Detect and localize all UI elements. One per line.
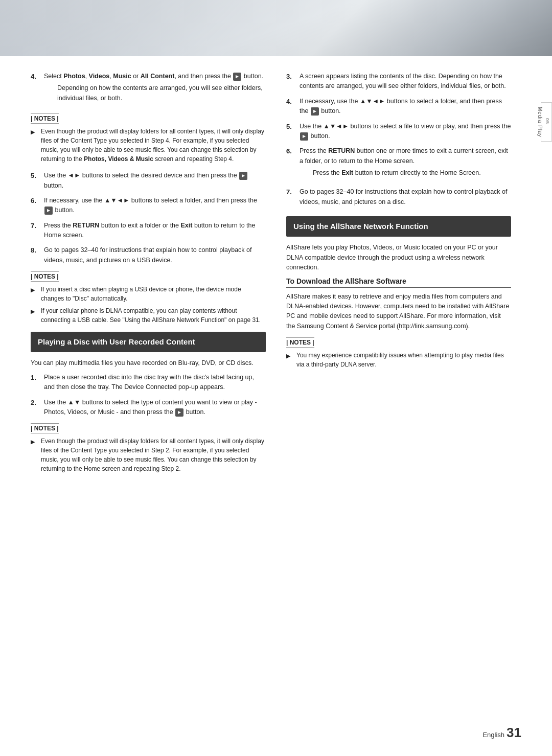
step-7-right: 7. Go to pages 32–40 for instructions th… xyxy=(286,187,511,207)
notes-item-2b: ▶ If your cellular phone is DLNA compati… xyxy=(31,306,266,325)
step-8-left: 8. Go to pages 32–40 for instructions th… xyxy=(31,245,266,265)
step-7-left: 7. Press the RETURN button to exit a fol… xyxy=(31,221,266,241)
section-playing-intro: You can play multimedia files you have r… xyxy=(31,358,266,368)
allshare-section: Using the AllShare Network Function AllS… xyxy=(286,216,511,369)
step-6-left: 6. If necessary, use the ▲▼◄► buttons to… xyxy=(31,196,266,216)
notes-text-2b: If your cellular phone is DLNA compatibl… xyxy=(41,306,266,325)
playing-step-2-number: 2. xyxy=(31,398,40,418)
notes-box-2: | NOTES | ▶ If you insert a disc when pl… xyxy=(31,271,266,325)
main-content: 4. Select Photos, Videos, Music or All C… xyxy=(0,56,552,501)
notes-box-1: | NOTES | ▶ Even though the product will… xyxy=(31,113,266,164)
allshare-intro: AllShare lets you play Photos, Videos, o… xyxy=(286,243,511,272)
footer-page-number: 31 xyxy=(507,725,521,741)
playing-step-1: 1. Place a user recorded disc into the d… xyxy=(31,373,266,393)
step-5-content: Use the ◄► buttons to select the desired… xyxy=(44,171,266,191)
allshare-section-header: Using the AllShare Network Function xyxy=(286,216,511,237)
step-7-right-content: Go to pages 32–40 for instructions that … xyxy=(300,187,511,207)
enter-button-icon-r5 xyxy=(300,132,308,141)
step-6-indent: Press the Exit button to return directly… xyxy=(313,168,511,178)
enter-button-icon-r4 xyxy=(311,107,319,116)
notes-arrow-2a: ▶ xyxy=(31,286,38,303)
step-5-right-number: 5. xyxy=(286,122,295,142)
playing-step-2: 2. Use the ▲▼ buttons to select the type… xyxy=(31,398,266,418)
footer: English 31 xyxy=(482,725,521,741)
footer-language: English xyxy=(482,731,504,739)
step-6-right-number: 6. xyxy=(286,146,295,182)
step-4-number: 4. xyxy=(31,72,40,107)
step-5-number: 5. xyxy=(31,171,40,191)
enter-button-icon-p2 xyxy=(175,408,183,417)
enter-button-icon xyxy=(233,73,241,81)
step-8-content: Go to pages 32–40 for instructions that … xyxy=(44,245,266,265)
section-playing-title: Playing a Disc with User Recorded Conten… xyxy=(38,337,259,347)
step-7-right-number: 7. xyxy=(286,187,295,207)
allshare-subsection-text: AllShare makes it easy to retrieve and e… xyxy=(286,292,511,332)
notes-arrow-1: ▶ xyxy=(31,128,38,164)
header-banner xyxy=(0,0,552,56)
notes-label-3: | NOTES | xyxy=(31,423,59,433)
notes-item-allshare: ▶ You may experience compatibility issue… xyxy=(286,351,511,369)
step-8-number: 8. xyxy=(31,245,40,265)
notes-arrow-allshare: ▶ xyxy=(286,352,293,369)
step-6-right: 6. Press the RETURN button one or more t… xyxy=(286,146,511,182)
step-3-right-content: A screen appears listing the contents of… xyxy=(300,72,511,91)
step-6-content: If necessary, use the ▲▼◄► buttons to se… xyxy=(44,196,266,216)
notes-item-3: ▶ Even though the product will display f… xyxy=(31,437,266,473)
notes-item-1: ▶ Even though the product will display f… xyxy=(31,127,266,164)
right-column: 3. A screen appears listing the contents… xyxy=(286,72,511,480)
notes-label-allshare: | NOTES | xyxy=(286,337,314,348)
allshare-subsection-title: To Download the AllShare Software xyxy=(286,277,511,288)
notes-item-2a: ▶ If you insert a disc when playing a US… xyxy=(31,285,266,303)
notes-text-2a: If you insert a disc when playing a USB … xyxy=(41,285,266,303)
enter-button-icon-5 xyxy=(239,172,247,180)
playing-step-2-content: Use the ▲▼ buttons to select the type of… xyxy=(44,398,266,418)
notes-box-allshare: | NOTES | ▶ You may experience compatibi… xyxy=(286,337,511,369)
step-4-right: 4. If necessary, use the ▲▼◄► buttons to… xyxy=(286,97,511,117)
notes-box-3: | NOTES | ▶ Even though the product will… xyxy=(31,423,266,473)
step-4-content: Select Photos, Videos, Music or All Cont… xyxy=(44,72,266,107)
notes-text-3: Even though the product will display fol… xyxy=(41,437,266,473)
step-3-right-number: 3. xyxy=(286,72,295,91)
notes-label-1: | NOTES | xyxy=(31,113,59,124)
playing-step-1-number: 1. xyxy=(31,373,40,393)
section-playing-header: Playing a Disc with User Recorded Conten… xyxy=(31,332,266,352)
notes-text-allshare: You may experience compatibility issues … xyxy=(296,351,511,369)
step-3-right: 3. A screen appears listing the contents… xyxy=(286,72,511,91)
step-5-left: 5. Use the ◄► buttons to select the desi… xyxy=(31,171,266,191)
step-6-number: 6. xyxy=(31,196,40,216)
step-4-left: 4. Select Photos, Videos, Music or All C… xyxy=(31,72,266,107)
footer-text: English 31 xyxy=(482,725,521,741)
playing-step-1-content: Place a user recorded disc into the disc… xyxy=(44,373,266,393)
notes-text-1: Even though the product will display fol… xyxy=(41,127,266,164)
notes-arrow-2b: ▶ xyxy=(31,307,38,325)
step-4-right-content: If necessary, use the ▲▼◄► buttons to se… xyxy=(300,97,511,117)
step-7-content: Press the RETURN button to exit a folder… xyxy=(44,221,266,241)
enter-button-icon-6 xyxy=(44,207,53,215)
step-7-number: 7. xyxy=(31,221,40,241)
notes-label-2: | NOTES | xyxy=(31,271,59,282)
step-6-right-content: Press the RETURN button one or more time… xyxy=(300,146,511,182)
step-4-indent: Depending on how the contents are arrang… xyxy=(57,83,266,103)
step-4-right-number: 4. xyxy=(286,97,295,117)
step-5-right-content: Use the ▲▼◄► buttons to select a file to… xyxy=(300,122,511,142)
step-5-right: 5. Use the ▲▼◄► buttons to select a file… xyxy=(286,122,511,142)
notes-arrow-3: ▶ xyxy=(31,438,38,473)
allshare-section-title: Using the AllShare Network Function xyxy=(293,221,504,232)
left-column: 4. Select Photos, Videos, Music or All C… xyxy=(31,72,266,480)
